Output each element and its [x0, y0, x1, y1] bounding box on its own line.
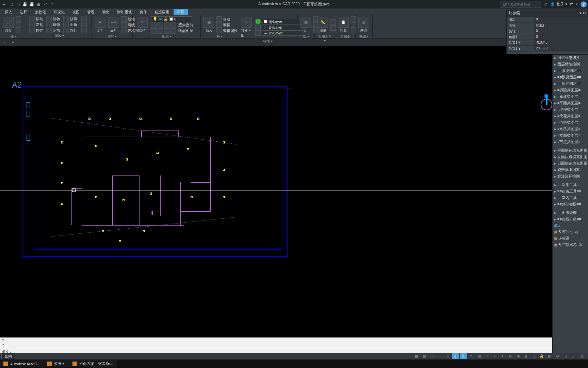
annovisible-icon[interactable]: ★: [499, 353, 506, 359]
arc-button[interactable]: ◡圆弧: [2, 16, 14, 34]
property-row[interactable]: 角度10: [507, 34, 588, 40]
new-tab-button[interactable]: +: [9, 39, 16, 45]
layer-tree-item[interactable]: ▶==外部参照==: [553, 201, 588, 208]
measure-button[interactable]: 📏测量: [317, 16, 329, 34]
open-icon[interactable]: ▢: [15, 1, 21, 7]
help-icon[interactable]: ?: [581, 1, 587, 7]
layer-tree-item[interactable]: ▶==建筑工具==: [553, 188, 588, 195]
qprops-icon[interactable]: ⊡: [530, 353, 538, 359]
print-icon[interactable]: 🖶: [35, 1, 42, 7]
ortho-icon[interactable]: ⌐: [436, 353, 444, 359]
layer-tree-item[interactable]: ▶=立面类图层=: [553, 132, 588, 139]
cart-icon[interactable]: ▾: [576, 2, 578, 6]
menu-管理[interactable]: 管理: [84, 9, 98, 15]
recent-item[interactable]: ▣B-标高: [553, 235, 588, 242]
drawing-viewport[interactable]: A2 ■ ■ ■ ■ ■ ■ ■ ■ ■ ■ ■: [0, 46, 588, 353]
mod-icon-1[interactable]: [81, 16, 87, 21]
menu-附加模块[interactable]: 附加模块: [114, 9, 135, 15]
isolate-icon[interactable]: ◐: [546, 353, 553, 359]
model-icon[interactable]: ▦: [413, 353, 420, 359]
layer-tree-item[interactable]: ▶图层特性控制: [553, 61, 588, 67]
dropdown-icon[interactable]: ▾ ⚙: [579, 11, 586, 15]
edit-block-button[interactable]: 编辑: [216, 22, 238, 28]
annoscale-icon[interactable]: λ: [491, 353, 499, 359]
recent-item[interactable]: ▣B-空间名称-前: [553, 242, 588, 248]
layer-tree-item[interactable]: ▶=新建类图层=: [553, 93, 588, 100]
prop-value[interactable]: -0.0846: [534, 40, 588, 45]
snap-icon[interactable]: ◌: [428, 353, 436, 359]
property-row[interactable]: 位置1 X-0.0846: [507, 40, 588, 46]
doc-tab[interactable]: ×: [0, 39, 9, 45]
lweight-icon[interactable]: ≡: [468, 353, 475, 359]
matchlayer-button[interactable]: 匹配图层: [178, 28, 193, 33]
space-tab[interactable]: 空间: [1, 353, 15, 360]
layer-tree-item[interactable]: ▶==系统图层==: [553, 67, 588, 74]
menu-视图[interactable]: 视图: [69, 9, 83, 15]
property-row[interactable]: 位置1 Y20.3533: [507, 46, 588, 51]
annomon-icon[interactable]: ⊕: [514, 353, 522, 359]
menu-参数化[interactable]: 参数化: [31, 9, 49, 15]
command-line[interactable]: * * 命令:: [0, 337, 552, 353]
create-block-button[interactable]: 创建: [216, 16, 238, 22]
layer-tree-item[interactable]: ▶平面快速填充图案: [553, 147, 588, 154]
text-button[interactable]: A文字: [94, 16, 106, 34]
menu-注释[interactable]: 注释: [16, 9, 31, 15]
layer-tree-item[interactable]: ▶=平面类图层=: [553, 100, 588, 106]
layer-tree-item[interactable]: ▶=地坪类图层=: [553, 106, 588, 113]
otrack-icon[interactable]: ∠: [460, 353, 467, 359]
layer-props-button[interactable]: ≡图层特性: [135, 16, 150, 34]
properties-header[interactable]: 块参照▾ ⚙: [507, 10, 588, 17]
cycling-icon[interactable]: ⟳: [483, 353, 491, 359]
rect-icon[interactable]: [16, 22, 21, 28]
layer-tree-item[interactable]: ▶=电路类图层=: [553, 119, 588, 126]
insert-button[interactable]: ▣插入: [203, 16, 215, 34]
layer-tree-item[interactable]: ▶立面快速填充图案: [553, 154, 588, 160]
lang-button[interactable]: 英: [577, 353, 587, 359]
layer-tree-item[interactable]: ▶==常用工具==: [553, 182, 588, 188]
app-menu-icon[interactable]: ▸: [1, 1, 7, 7]
layer-tree-item[interactable]: ▶=拆除类图层=: [553, 87, 588, 93]
copy-button[interactable]: 复制镜像圆角: [29, 22, 77, 27]
layer-tree-item[interactable]: ▶标注注释控制: [553, 173, 588, 180]
saveas-icon[interactable]: 💾: [29, 1, 35, 7]
clean-icon[interactable]: ▢: [561, 353, 569, 359]
property-row[interactable]: 图层0: [507, 17, 588, 22]
grip[interactable]: [544, 94, 548, 98]
hatch-icon[interactable]: [16, 28, 21, 33]
lineweight-combo[interactable]: —ByLayer: [262, 25, 303, 30]
menu-可视化[interactable]: 可视化: [50, 9, 68, 15]
group-button[interactable]: ▦组: [300, 16, 312, 34]
layer-combo[interactable]: 💡❄🔓0: [151, 16, 192, 22]
layer-tree-item[interactable]: ▶=天花类图层=: [553, 113, 588, 119]
taskbar-item[interactable]: 平面方案 - ACDSe...: [69, 360, 117, 367]
stretch-button[interactable]: 拉伸缩放阵列: [29, 28, 77, 33]
custom-icon[interactable]: ☰: [569, 353, 577, 359]
mod-icon-3[interactable]: [81, 28, 87, 33]
menu-插入[interactable]: 插入: [1, 9, 16, 15]
osnap-icon[interactable]: ◇: [452, 353, 459, 359]
property-row[interactable]: 名称指北针: [507, 22, 588, 28]
units-icon[interactable]: ▯: [522, 353, 530, 359]
workspace-icon[interactable]: ⚙: [507, 353, 514, 359]
layer-tree-item[interactable]: ▶==图纸处理==: [553, 210, 588, 216]
layer-tree-item[interactable]: ▶==标注图层==: [553, 80, 588, 87]
grid-icon[interactable]: ⊞: [421, 353, 428, 359]
exchange-icon[interactable]: ⇄: [570, 2, 573, 6]
taskbar-item[interactable]: 效果图: [44, 360, 69, 367]
paste-button[interactable]: 📋粘贴: [337, 16, 349, 34]
hwac-icon[interactable]: ⊚: [554, 353, 561, 359]
menu-输出[interactable]: 输出: [99, 9, 113, 15]
north-arrow-block[interactable]: [541, 99, 552, 110]
circle-icon[interactable]: [16, 16, 21, 22]
mod-icon-2[interactable]: [81, 22, 87, 27]
menu-精选应用[interactable]: 精选应用: [151, 9, 173, 15]
polar-icon[interactable]: ✦: [444, 353, 452, 359]
layer-tree-item[interactable]: ▶图层状态切换: [553, 55, 588, 61]
taskbar-item[interactable]: Autodesk AutoC...: [0, 361, 44, 367]
new-icon[interactable]: ▢: [8, 1, 14, 7]
layer-tree-item[interactable]: ▶==预设图层==: [553, 74, 588, 80]
lock-icon[interactable]: 🔒: [538, 353, 545, 359]
menu-布局[interactable]: 布局: [174, 9, 188, 15]
redo-icon[interactable]: ↷: [49, 1, 55, 7]
close-tab-icon[interactable]: ×: [3, 40, 5, 44]
